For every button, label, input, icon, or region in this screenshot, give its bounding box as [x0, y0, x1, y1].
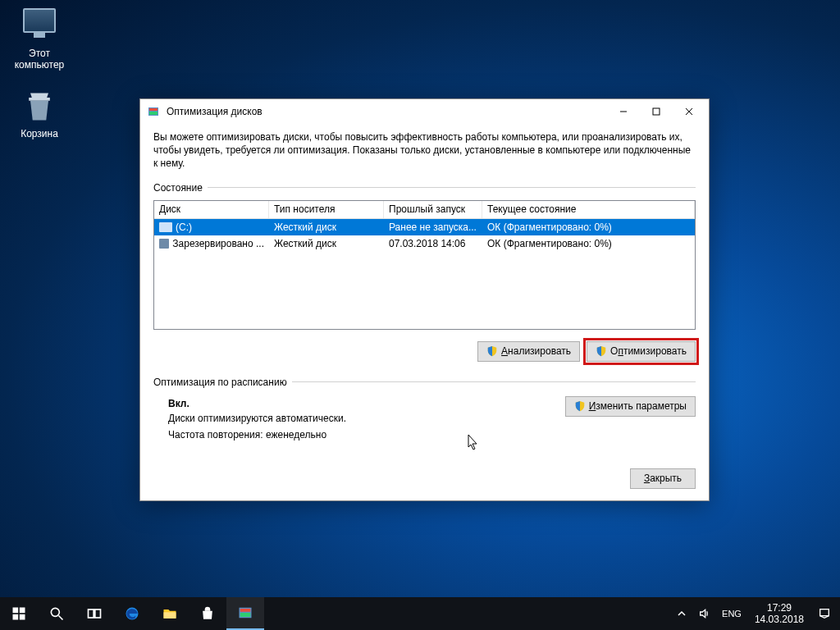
table-header: Диск Тип носителя Прошлый запуск Текущее…: [154, 201, 695, 219]
task-view-button[interactable]: [75, 597, 113, 630]
cell-last: Ранее не запуска...: [384, 220, 482, 235]
taskbar-app-store[interactable]: [189, 597, 226, 630]
col-media[interactable]: Тип носителя: [269, 201, 384, 218]
disk-icon: [159, 239, 169, 249]
cell-media: Жесткий диск: [269, 236, 384, 251]
shield-icon: [486, 345, 498, 357]
svg-rect-10: [20, 614, 25, 620]
drives-table[interactable]: Диск Тип носителя Прошлый запуск Текущее…: [153, 200, 696, 330]
cell-disk: Зарезервировано ...: [172, 238, 264, 249]
svg-rect-1: [149, 108, 158, 111]
minimize-button[interactable]: [607, 100, 640, 123]
schedule-freq: Частота повторения: еженедельно: [168, 429, 565, 441]
titlebar[interactable]: Оптимизация дисков: [140, 99, 709, 124]
desktop-icon-label: Этот компьютер: [15, 48, 65, 71]
taskbar-app-explorer[interactable]: [151, 597, 189, 630]
col-last[interactable]: Прошлый запуск: [384, 201, 482, 218]
analyze-button[interactable]: Анализировать: [477, 341, 580, 362]
taskbar[interactable]: ENG 17:29 14.03.2018: [0, 597, 840, 630]
col-current[interactable]: Текущее состояние: [482, 201, 695, 218]
cell-disk: (C:): [176, 221, 192, 233]
app-icon: [147, 105, 160, 118]
table-row[interactable]: (C:) Жесткий диск Ранее не запуска... ОК…: [154, 219, 695, 235]
divider: [292, 381, 696, 382]
language-indicator[interactable]: ENG: [717, 609, 746, 619]
col-disk[interactable]: Диск: [154, 201, 269, 218]
pc-icon: [21, 8, 57, 44]
desktop-icon-recycle-bin[interactable]: Корзина: [8, 89, 71, 139]
start-button[interactable]: [0, 597, 38, 630]
svg-rect-19: [240, 613, 251, 617]
search-button[interactable]: [38, 597, 75, 630]
tray-up-icon[interactable]: [671, 597, 692, 630]
table-row[interactable]: Зарезервировано ... Жесткий диск 07.03.2…: [154, 235, 695, 252]
clock[interactable]: 17:29 14.03.2018: [748, 602, 810, 626]
cell-current: ОК (Фрагментировано: 0%): [482, 220, 695, 235]
clock-date: 14.03.2018: [755, 614, 804, 625]
change-settings-button[interactable]: Изменить параметры: [565, 396, 696, 417]
optimize-button[interactable]: Оптимизировать: [587, 341, 696, 362]
shield-icon: [574, 400, 586, 412]
window-title: Оптимизация дисков: [167, 106, 607, 117]
clock-time: 17:29: [755, 602, 804, 614]
svg-rect-2: [149, 112, 158, 115]
svg-rect-18: [240, 609, 251, 612]
svg-rect-8: [20, 608, 25, 614]
close-dialog-button[interactable]: Закрыть: [630, 468, 696, 489]
volume-icon[interactable]: [694, 597, 715, 630]
cell-current: ОК (Фрагментировано: 0%): [482, 236, 695, 251]
disk-icon: [159, 222, 172, 232]
maximize-button[interactable]: [640, 100, 673, 123]
cell-media: Жесткий диск: [269, 220, 384, 235]
bin-icon: [21, 89, 57, 125]
schedule-section-label: Оптимизация по расписанию: [153, 377, 287, 388]
optimize-drives-dialog: Оптимизация дисков Вы можете оптимизиров…: [139, 98, 710, 501]
svg-rect-7: [13, 608, 19, 614]
taskbar-app-edge[interactable]: [113, 597, 151, 630]
status-section-label: Состояние: [153, 182, 203, 194]
svg-rect-9: [13, 614, 19, 620]
schedule-desc: Диски оптимизируются автоматически.: [168, 413, 565, 424]
button-label: Оптимизировать: [610, 345, 687, 357]
button-label: Анализировать: [501, 345, 571, 357]
desktop-icon-this-pc[interactable]: Этот компьютер: [8, 8, 71, 71]
schedule-status: Вкл.: [168, 398, 565, 409]
taskbar-app-optimize[interactable]: [226, 597, 264, 630]
desktop-icon-label: Корзина: [21, 128, 58, 139]
svg-point-11: [51, 608, 59, 616]
svg-rect-14: [95, 609, 101, 618]
action-center-icon[interactable]: [812, 607, 837, 620]
svg-rect-16: [164, 612, 176, 619]
description-text: Вы можете оптимизировать диски, чтобы по…: [153, 130, 696, 171]
divider: [208, 187, 696, 188]
cell-last: 07.03.2018 14:06: [384, 236, 482, 251]
svg-rect-20: [820, 609, 829, 616]
shield-icon: [596, 345, 607, 357]
svg-rect-4: [653, 108, 660, 115]
svg-line-12: [59, 616, 63, 620]
close-button[interactable]: [673, 100, 705, 123]
button-label: Изменить параметры: [589, 400, 687, 412]
svg-rect-13: [89, 609, 94, 618]
button-label: Закрыть: [644, 472, 682, 484]
